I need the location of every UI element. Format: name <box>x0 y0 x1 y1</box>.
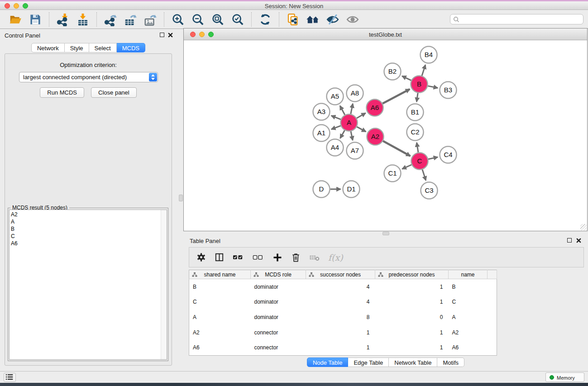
zoom-fit-icon[interactable] <box>211 13 225 26</box>
result-item[interactable]: A6 <box>11 240 167 247</box>
graph-node-A[interactable]: A <box>341 114 358 131</box>
deselect-all-columns-icon[interactable] <box>252 252 264 262</box>
window-resize-grip[interactable] <box>580 224 587 230</box>
graph-node-A8[interactable]: A8 <box>347 85 363 102</box>
graph-edge-A-A2[interactable] <box>357 127 366 132</box>
tab-motifs[interactable]: Motifs <box>437 357 464 367</box>
graph-node-C2[interactable]: C2 <box>407 124 424 141</box>
zoom-out-icon[interactable] <box>191 13 205 26</box>
zoom-in-icon[interactable] <box>171 13 185 26</box>
table-row[interactable]: A6connector11A6 <box>189 340 497 356</box>
graph-edge-A-A7[interactable] <box>351 131 353 140</box>
save-icon[interactable] <box>29 13 42 26</box>
criterion-dropdown[interactable]: largest connected component (directed) <box>19 72 158 82</box>
tab-mcds[interactable]: MCDS <box>117 43 145 52</box>
graph-edge-A-A6[interactable] <box>357 113 366 118</box>
graph-node-A5[interactable]: A5 <box>327 88 344 105</box>
graph-node-C[interactable]: C <box>411 153 428 170</box>
column-header-predecessor-nodes[interactable]: predecessor nodes <box>375 270 449 279</box>
hide-details-icon[interactable] <box>326 13 339 26</box>
float-panel-icon[interactable] <box>160 33 164 37</box>
tab-network[interactable]: Network <box>31 43 65 52</box>
memory-button[interactable]: Memory <box>545 372 584 382</box>
close-panel-icon[interactable] <box>168 33 173 38</box>
run-mcds-button[interactable]: Run MCDS <box>40 87 84 98</box>
table-settings-gear-icon[interactable] <box>196 252 206 262</box>
graph-edge-B-B2[interactable] <box>402 76 411 81</box>
home-icon[interactable] <box>306 13 320 26</box>
graph-edge-C-C2[interactable] <box>417 143 418 152</box>
graph-node-C4[interactable]: C4 <box>440 147 457 163</box>
graph-edge-B-B1[interactable] <box>416 93 418 101</box>
import-network-icon[interactable] <box>56 13 70 26</box>
column-header-MCDS-role[interactable]: MCDS role <box>251 270 306 279</box>
delete-row-trash-icon[interactable] <box>291 252 301 262</box>
table-row[interactable]: Bdominator41B <box>189 279 497 295</box>
task-history-button[interactable] <box>4 373 16 382</box>
float-panel-icon[interactable] <box>567 238 572 243</box>
graph-edge-C-C3[interactable] <box>422 170 426 181</box>
result-item[interactable]: A <box>11 218 167 225</box>
table-row[interactable]: A2connector11A2 <box>189 325 497 340</box>
show-details-icon[interactable] <box>346 13 359 26</box>
graph-node-A4[interactable]: A4 <box>327 139 344 156</box>
column-type-icon <box>378 272 383 277</box>
column-header-successor-nodes[interactable]: successor nodes <box>306 270 375 279</box>
select-all-columns-icon[interactable] <box>232 252 244 262</box>
graph-node-A3[interactable]: A3 <box>313 104 330 120</box>
graph-edge-A-A5[interactable] <box>340 106 345 115</box>
export-image-icon[interactable] <box>143 13 157 26</box>
network-window-titlebar[interactable]: testGlobe.txt <box>184 29 587 40</box>
graph-edge-B-B4[interactable] <box>422 65 425 76</box>
graph-edge-A-A3[interactable] <box>331 116 341 119</box>
table-row[interactable]: Cdominator41C <box>189 294 497 310</box>
graph-node-A2[interactable]: A2 <box>367 129 384 145</box>
export-network-icon[interactable] <box>104 13 117 26</box>
column-header-name[interactable]: name <box>449 270 488 279</box>
open-file-icon[interactable] <box>9 13 22 26</box>
graph-edge-C-C1[interactable] <box>402 165 411 169</box>
search-input[interactable] <box>461 15 579 24</box>
graph-node-A7[interactable]: A7 <box>347 143 363 159</box>
close-panel-icon[interactable] <box>576 238 581 243</box>
graph-node-D1[interactable]: D1 <box>343 181 360 198</box>
graph-node-C1[interactable]: C1 <box>384 165 401 182</box>
add-column-icon[interactable] <box>272 252 283 263</box>
table-row[interactable]: Adominator80A <box>189 310 497 325</box>
graph-node-B4[interactable]: B4 <box>421 47 437 63</box>
result-item[interactable]: C <box>11 233 167 240</box>
graph-node-A6[interactable]: A6 <box>367 100 383 116</box>
graph-edge-C-C4[interactable] <box>428 157 438 159</box>
close-panel-button[interactable]: Close panel <box>91 87 137 98</box>
export-table-icon[interactable] <box>124 13 137 26</box>
graph-node-B1[interactable]: B1 <box>407 104 424 121</box>
graph-edge-A-A1[interactable] <box>331 126 341 129</box>
graph-edge-A-A8[interactable] <box>351 104 353 114</box>
graph-edge-A6-B[interactable] <box>382 89 410 104</box>
graph-node-D[interactable]: D <box>313 181 330 198</box>
graph-node-B[interactable]: B <box>411 76 428 93</box>
graph-node-A1[interactable]: A1 <box>313 125 330 142</box>
clone-network-icon[interactable] <box>286 13 300 26</box>
graph-edge-A2-C[interactable] <box>383 141 410 156</box>
result-scrollbar[interactable] <box>161 210 167 359</box>
tab-edge-table[interactable]: Edge Table <box>348 357 389 367</box>
tab-network-table[interactable]: Network Table <box>389 357 437 367</box>
result-item[interactable]: B <box>11 225 167 233</box>
graph-edge-B-B3[interactable] <box>428 86 438 88</box>
tab-style[interactable]: Style <box>65 43 89 52</box>
graph-node-B2[interactable]: B2 <box>384 63 401 80</box>
tab-node-table[interactable]: Node Table <box>307 357 349 367</box>
refresh-layout-icon[interactable] <box>258 13 272 26</box>
graph-node-C3[interactable]: C3 <box>421 182 438 199</box>
result-item[interactable]: A2 <box>11 211 167 218</box>
vertical-splitter-grip[interactable] <box>179 195 183 201</box>
graph-edge-A-A4[interactable] <box>340 130 345 138</box>
column-header-shared-name[interactable]: shared name <box>189 270 251 279</box>
show-columns-icon[interactable] <box>214 252 225 262</box>
import-table-icon[interactable] <box>76 13 90 26</box>
tab-select[interactable]: Select <box>89 43 117 52</box>
network-canvas[interactable]: B4B2BB3A8A5A6A3B1AC2A1A2A4A7C4CC1C3DD1 <box>184 40 587 231</box>
graph-node-B3[interactable]: B3 <box>440 82 457 99</box>
zoom-selected-icon[interactable] <box>231 13 244 26</box>
